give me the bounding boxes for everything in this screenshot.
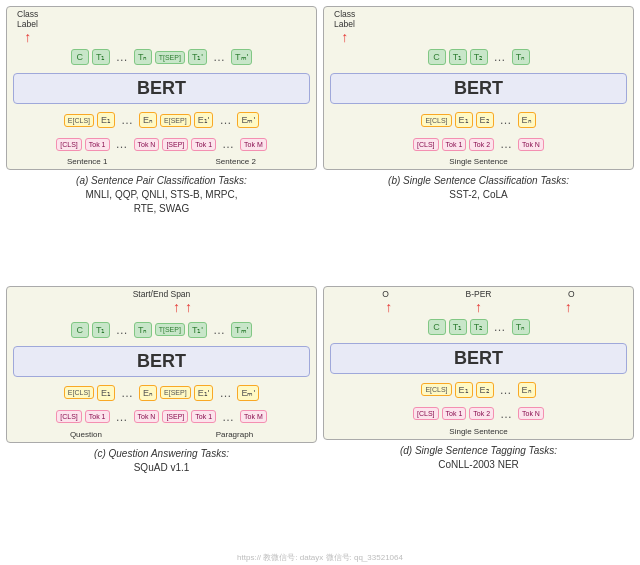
inp-tokN-b: Tok N: [518, 138, 544, 151]
e-N-a: Eₙ: [139, 112, 157, 128]
token-T1-d: T₁: [449, 319, 467, 335]
sent1-label: Sentence 1: [67, 157, 107, 166]
token-TM-a: Tₘ': [231, 49, 252, 65]
inp-tok1p-a: Tok 1: [191, 138, 216, 151]
e-token-row-a: E[CLS] E₁ … Eₙ E[SEP] E₁' … Eₘ': [7, 108, 316, 132]
e-token-row-c: E[CLS] E₁ … Eₙ E[SEP] E₁' … Eₘ': [7, 381, 316, 405]
dots-a2: …: [210, 48, 228, 66]
e-1p-c: E₁': [194, 385, 214, 401]
input-token-row-d: [CLS] Tok 1 Tok 2 … Tok N: [324, 402, 633, 426]
e-1-d: E₁: [455, 382, 473, 398]
ner-arrow3-d: ↑: [565, 299, 572, 315]
o-label1-d: O: [382, 289, 389, 299]
inp-SEP-c: [SEP]: [162, 410, 188, 423]
ner-arrow2-d: ↑: [475, 299, 482, 315]
dots-c4: …: [216, 384, 234, 402]
inp-CLS-d: [CLS]: [413, 407, 439, 420]
dots-a6: …: [219, 135, 237, 153]
diagram-c: Start/End Span ↑ ↑ C T₁ … Tₙ T[SEP] T₁' …: [6, 286, 317, 560]
dots-b2: …: [497, 111, 515, 129]
e-CLS-d: E[CLS]: [421, 383, 451, 396]
main-grid: ClassLabel ↑ C T₁ … Tₙ T[SEP] T₁' … Tₘ' …: [0, 0, 640, 565]
e-CLS-b: E[CLS]: [421, 114, 451, 127]
token-C-d: C: [428, 319, 446, 335]
ner-arrows-d: ↑ ↑ ↑: [324, 299, 633, 315]
diagram-box-b: ClassLabel ↑ C T₁ T₂ … Tₙ BERT E[CLS] E₁…: [323, 6, 634, 170]
caption-a: (a) Sentence Pair Classification Tasks: …: [72, 174, 251, 216]
caption-b: (b) Single Sentence Classification Tasks…: [384, 174, 573, 202]
top-token-row-d: C T₁ T₂ … Tₙ: [324, 315, 633, 339]
class-arrow-b: ↑: [341, 29, 348, 45]
token-TSEP-a: T[SEP]: [155, 51, 185, 64]
dots-d1: …: [491, 318, 509, 336]
token-T2-b: T₂: [470, 49, 488, 65]
token-TN-c: Tₙ: [134, 322, 152, 338]
inp-tok2-b: Tok 2: [469, 138, 494, 151]
e-SEP-a: E[SEP]: [160, 114, 191, 127]
e-SEP-c: E[SEP]: [160, 386, 191, 399]
token-TSEP-c: T[SEP]: [155, 323, 185, 336]
inp-tok1-d: Tok 1: [442, 407, 467, 420]
inp-tok1p-c: Tok 1: [191, 410, 216, 423]
token-C-c: C: [71, 322, 89, 338]
e-token-row-d: E[CLS] E₁ E₂ … Eₙ: [324, 378, 633, 402]
dots-a5: …: [113, 135, 131, 153]
token-T1p-c: T₁': [188, 322, 207, 338]
inp-tokM-c: Tok M: [240, 410, 267, 423]
inp-tokN-d: Tok N: [518, 407, 544, 420]
sentence-labels-a: Sentence 1 Sentence 2: [7, 156, 316, 167]
inp-tok1-c: Tok 1: [85, 410, 110, 423]
top-token-row-b: C T₁ T₂ … Tₙ: [324, 45, 633, 69]
sent2-label: Sentence 2: [216, 157, 256, 166]
e-1-b: E₁: [455, 112, 473, 128]
token-TN-a: Tₙ: [134, 49, 152, 65]
token-C-a: C: [71, 49, 89, 65]
inp-tokN-c: Tok N: [134, 410, 160, 423]
inp-tok2-d: Tok 2: [469, 407, 494, 420]
dots-d2: …: [497, 381, 515, 399]
end-arrow-c: ↑: [185, 299, 192, 315]
e-1-a: E₁: [97, 112, 115, 128]
e-2-d: E₂: [476, 382, 494, 398]
class-arrow-a: ↑: [24, 29, 31, 45]
dots-a4: …: [216, 111, 234, 129]
inp-SEP-a: [SEP]: [162, 138, 188, 151]
dots-a3: …: [118, 111, 136, 129]
inp-tokN-a: Tok N: [134, 138, 160, 151]
token-TN-d: Tₙ: [512, 319, 530, 335]
inp-tokM-a: Tok M: [240, 138, 267, 151]
watermark: https:// 教微信号: datayx 微信号: qq_33521064: [0, 552, 640, 563]
bert-a: BERT: [13, 73, 310, 104]
top-token-row-c: C T₁ … Tₙ T[SEP] T₁' … Tₘ': [7, 318, 316, 342]
start-arrow-c: ↑: [173, 299, 180, 315]
dots-d3: …: [497, 405, 515, 423]
single-sent-label-d: Single Sentence: [449, 427, 507, 436]
inp-CLS-b: [CLS]: [413, 138, 439, 151]
dots-c2: …: [210, 321, 228, 339]
diagram-b: ClassLabel ↑ C T₁ T₂ … Tₙ BERT E[CLS] E₁…: [323, 6, 634, 280]
sentence-labels-b: Single Sentence: [324, 156, 633, 167]
dots-b1: …: [491, 48, 509, 66]
bert-c: BERT: [13, 346, 310, 377]
question-label: Question: [70, 430, 102, 439]
e-CLS-c: E[CLS]: [64, 386, 94, 399]
e-CLS-a: E[CLS]: [64, 114, 94, 127]
dots-a1: …: [113, 48, 131, 66]
dots-b3: …: [497, 135, 515, 153]
token-TN-b: Tₙ: [512, 49, 530, 65]
top-token-row-a: C T₁ … Tₙ T[SEP] T₁' … Tₘ': [7, 45, 316, 69]
dots-c5: …: [113, 408, 131, 426]
sentence-labels-c: Question Paragraph: [7, 429, 316, 440]
e-1-c: E₁: [97, 385, 115, 401]
diagram-box-c: Start/End Span ↑ ↑ C T₁ … Tₙ T[SEP] T₁' …: [6, 286, 317, 443]
span-label-c: Start/End Span: [7, 287, 316, 299]
o-label2-d: O: [568, 289, 575, 299]
dots-c3: …: [118, 384, 136, 402]
token-C-b: C: [428, 49, 446, 65]
e-M-a: Eₘ': [237, 112, 259, 128]
sentence-labels-d: Single Sentence: [324, 426, 633, 437]
caption-d: (d) Single Sentence Tagging Tasks: CoNLL…: [396, 444, 561, 472]
class-label-b: ClassLabel: [334, 9, 355, 29]
single-sent-label: Single Sentence: [449, 157, 507, 166]
paragraph-label: Paragraph: [216, 430, 253, 439]
